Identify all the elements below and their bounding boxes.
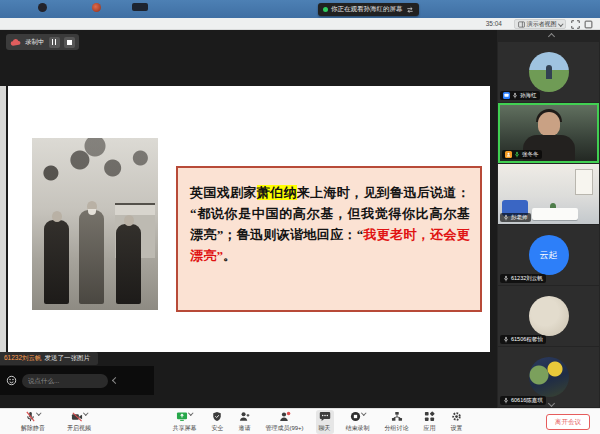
meeting-timer: 35:04 — [486, 20, 502, 27]
shared-screen-area: 录制中 英国戏剧家萧伯纳来上海时，见到鲁迅后说道：“都说你是中国的高尔基，但我觉… — [0, 30, 497, 408]
chevron-icon[interactable] — [37, 410, 42, 415]
participant-tile[interactable]: 60616陈嘉琪 — [498, 347, 599, 407]
screen-watch-text: 你正在观看孙海红的屏幕 — [331, 5, 403, 14]
luxun-shaw-photo — [32, 138, 158, 310]
toolbar-item[interactable]: 结束录制 — [343, 410, 373, 434]
mic-status-icon — [503, 275, 509, 282]
screen-share-icon — [176, 411, 188, 422]
participant-tile[interactable]: 云起61232刘云帆 — [498, 225, 599, 285]
swap-screen-icon[interactable] — [406, 6, 414, 14]
participant-nametag: 孙海红 — [500, 91, 540, 100]
window-titlebar: 35:04 演示者视图 — [0, 18, 600, 30]
participant-tile[interactable]: 孙海红 — [498, 42, 599, 102]
participant-nametag: 60616陈嘉琪 — [500, 396, 546, 405]
presenter-view-label: 演示者视图 — [527, 20, 557, 29]
apps-icon — [424, 411, 435, 422]
participant-avatar — [529, 357, 569, 397]
chat-input[interactable] — [22, 374, 108, 388]
toolbar-item-label: 共享屏幕 — [172, 424, 196, 433]
mic-status-icon — [514, 151, 520, 158]
participant-nametag: 61506程馨怡 — [500, 335, 546, 344]
presenter-view-button[interactable]: 演示者视图 — [514, 19, 567, 29]
emoji-icon[interactable] — [6, 375, 17, 386]
slide-text: 。 — [223, 248, 236, 263]
toolbar-item[interactable]: 共享屏幕 — [169, 410, 199, 434]
toolbar-item[interactable]: 应用 — [421, 410, 439, 434]
slide-highlighted-name: 萧伯纳 — [257, 185, 297, 200]
desktop-strip: 你正在观看孙海红的屏幕 — [0, 0, 600, 18]
toolbar-item-label: 解除静音 — [21, 424, 45, 433]
pop-out-window-icon[interactable] — [584, 20, 593, 29]
toolbar-item[interactable]: 开启视频 — [64, 410, 94, 434]
participant-name: 60616陈嘉琪 — [511, 397, 543, 404]
participant-avatar — [529, 52, 569, 92]
cloud-record-icon — [10, 38, 21, 47]
participant-name: 61506程馨怡 — [511, 336, 543, 343]
participant-nametag: 彭老师 — [500, 213, 531, 222]
mic-status-icon — [503, 214, 509, 221]
toolbar-item[interactable]: 解除静音 — [18, 410, 48, 434]
chat-icon — [319, 411, 331, 422]
chevron-icon[interactable] — [83, 410, 88, 415]
participant-name: 孙海红 — [520, 92, 537, 99]
taskbar-icon[interactable] — [38, 3, 47, 12]
toolbar-item-label: 设置 — [451, 424, 463, 433]
mic-muted-icon — [25, 411, 36, 423]
toolbar-item[interactable]: 邀请 — [235, 410, 253, 434]
recording-status-pill: 录制中 — [6, 34, 79, 50]
presentation-slide: 英国戏剧家萧伯纳来上海时，见到鲁迅后说道：“都说你是中国的高尔基，但我觉得你比高… — [8, 86, 490, 352]
stop-record-icon — [350, 411, 361, 422]
mic-status-icon — [503, 397, 509, 404]
participant-avatar — [529, 296, 569, 336]
taskbar-icon[interactable] — [92, 3, 101, 12]
camera-muted-icon — [71, 411, 83, 423]
participant-name: 张冬冬 — [522, 151, 539, 158]
slide-text: 英国戏剧家 — [190, 185, 257, 200]
chat-message-toast[interactable]: 61232刘云帆 发送了一张图片 — [0, 352, 98, 365]
mic-status-icon — [503, 336, 509, 343]
recording-label: 录制中 — [25, 38, 45, 47]
leave-meeting-button[interactable]: 离开会议 — [546, 414, 590, 430]
pause-recording-button[interactable] — [49, 37, 60, 48]
chevron-icon[interactable] — [188, 410, 193, 415]
chat-message-text: 发送了一张图片 — [45, 354, 91, 363]
chevron-icon[interactable] — [361, 410, 366, 415]
collapse-chat-icon[interactable] — [112, 377, 119, 384]
toolbar-item-label: 安全 — [211, 424, 223, 433]
participant-tile[interactable]: 61506程馨怡 — [498, 286, 599, 346]
slide-textbox: 英国戏剧家萧伯纳来上海时，见到鲁迅后说道：“都说你是中国的高尔基，但我觉得你比高… — [176, 166, 482, 312]
member-badge-icon — [505, 151, 512, 158]
toolbar-item[interactable]: 安全 — [208, 410, 226, 434]
toolbar-item-label: 管理成员(99+) — [265, 424, 303, 433]
participant-tile[interactable]: 彭老师 — [498, 164, 599, 224]
slide-paragraph: 英国戏剧家萧伯纳来上海时，见到鲁迅后说道：“都说你是中国的高尔基，但我觉得你比高… — [190, 182, 470, 266]
screen-watch-banner[interactable]: 你正在观看孙海红的屏幕 — [318, 3, 419, 16]
participant-name: 彭老师 — [511, 214, 528, 221]
presenter-badge-icon — [503, 92, 510, 99]
layout-grid-icon — [518, 21, 525, 28]
toolbar-item-label: 开启视频 — [67, 424, 91, 433]
toolbar-item[interactable]: 管理成员(99+) — [262, 410, 306, 434]
taskbar-icon[interactable] — [132, 3, 148, 11]
slide-panel-sliver — [0, 86, 6, 352]
chevron-down-icon — [558, 22, 563, 27]
fullscreen-icon[interactable] — [571, 20, 580, 29]
participant-tiles: 孙海红张冬冬彭老师云起61232刘云帆61506程馨怡60616陈嘉琪 — [498, 42, 599, 408]
toolbar-item[interactable]: 分组讨论 — [382, 410, 412, 434]
breakout-icon — [391, 411, 403, 422]
participant-tile[interactable]: 张冬冬 — [498, 103, 599, 163]
toolbar-item-label: 结束录制 — [346, 424, 370, 433]
live-dot-icon — [323, 7, 328, 12]
participant-name: 61232刘云帆 — [511, 275, 543, 282]
invite-icon — [239, 411, 250, 422]
stop-recording-button[interactable] — [64, 37, 75, 48]
meeting-app-window: 你正在观看孙海红的屏幕 35:04 演示者视图 录制中 — [0, 0, 600, 434]
toolbar-item[interactable]: 设置 — [448, 410, 466, 434]
meeting-toolbar: 解除静音开启视频 共享屏幕安全邀请管理成员(99+)聊天结束录制分组讨论应用设置… — [0, 408, 600, 434]
participant-nametag: 61232刘云帆 — [500, 274, 546, 283]
toolbar-item[interactable]: 聊天 — [316, 410, 334, 434]
photo-figure-middle — [79, 210, 104, 304]
scroll-up-icon[interactable] — [547, 33, 554, 40]
members-icon — [279, 411, 291, 422]
photo-figure-right — [116, 224, 141, 304]
